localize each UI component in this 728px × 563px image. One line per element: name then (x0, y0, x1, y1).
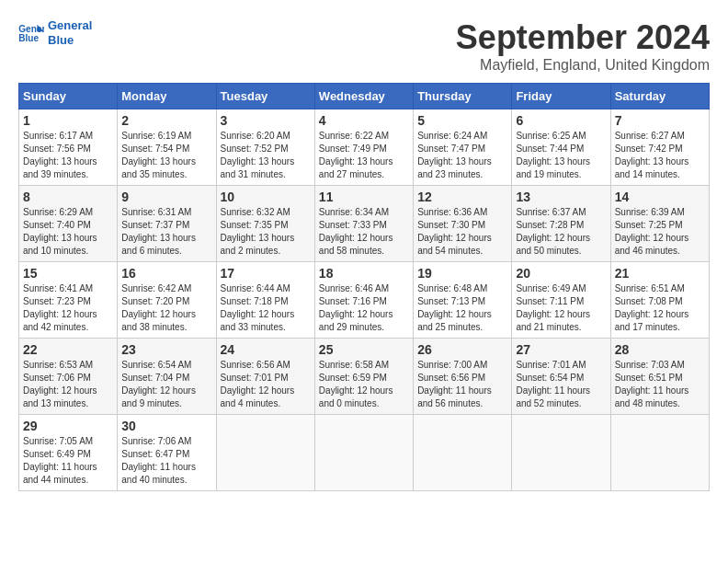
location-subtitle: Mayfield, England, United Kingdom (456, 57, 710, 74)
table-row: 17 Sunrise: 6:44 AM Sunset: 7:18 PM Dayl… (216, 262, 314, 339)
day-info: Sunrise: 6:20 AM Sunset: 7:52 PM Dayligh… (221, 130, 311, 181)
day-info: Sunrise: 6:49 AM Sunset: 7:11 PM Dayligh… (516, 282, 606, 334)
header-saturday: Saturday (610, 84, 709, 109)
day-info: Sunrise: 6:22 AM Sunset: 7:49 PM Dayligh… (319, 130, 409, 181)
header-sunday: Sunday (19, 84, 118, 109)
day-number: 8 (23, 190, 113, 204)
day-number: 26 (417, 342, 507, 357)
day-info: Sunrise: 6:25 AM Sunset: 7:44 PM Dayligh… (516, 130, 606, 181)
month-title: September 2024 (456, 18, 710, 57)
day-info: Sunrise: 6:46 AM Sunset: 7:16 PM Dayligh… (319, 282, 409, 334)
day-number: 22 (23, 342, 113, 357)
day-number: 28 (615, 342, 705, 357)
table-row: 29 Sunrise: 7:05 AM Sunset: 6:49 PM Dayl… (19, 415, 118, 491)
day-number: 13 (516, 190, 606, 204)
table-row: 28 Sunrise: 7:03 AM Sunset: 6:51 PM Dayl… (610, 339, 709, 415)
table-row (216, 415, 314, 491)
day-number: 9 (121, 190, 211, 204)
day-number: 25 (319, 342, 409, 357)
table-row: 5 Sunrise: 6:24 AM Sunset: 7:47 PM Dayli… (414, 109, 512, 186)
header-thursday: Thursday (414, 84, 512, 109)
day-number: 15 (23, 266, 113, 281)
svg-text:Blue: Blue (18, 33, 39, 43)
day-number: 7 (615, 113, 705, 128)
day-info: Sunrise: 6:24 AM Sunset: 7:47 PM Dayligh… (417, 130, 507, 181)
day-info: Sunrise: 6:36 AM Sunset: 7:30 PM Dayligh… (417, 206, 507, 258)
table-row (414, 415, 512, 491)
day-info: Sunrise: 6:37 AM Sunset: 7:28 PM Dayligh… (516, 206, 606, 258)
day-info: Sunrise: 6:48 AM Sunset: 7:13 PM Dayligh… (417, 282, 507, 334)
table-row: 12 Sunrise: 6:36 AM Sunset: 7:30 PM Dayl… (414, 186, 512, 262)
day-info: Sunrise: 6:31 AM Sunset: 7:37 PM Dayligh… (121, 206, 211, 258)
calendar-row: 29 Sunrise: 7:05 AM Sunset: 6:49 PM Dayl… (19, 415, 710, 491)
day-number: 16 (121, 266, 211, 281)
logo-line1: General (48, 18, 92, 33)
day-info: Sunrise: 6:44 AM Sunset: 7:18 PM Dayligh… (221, 282, 311, 334)
day-number: 14 (615, 190, 705, 204)
day-number: 18 (319, 266, 409, 281)
logo-line2: Blue (48, 33, 92, 48)
day-info: Sunrise: 6:17 AM Sunset: 7:56 PM Dayligh… (23, 130, 113, 181)
table-row: 22 Sunrise: 6:53 AM Sunset: 7:06 PM Dayl… (19, 339, 118, 415)
day-number: 3 (221, 113, 311, 128)
day-info: Sunrise: 6:51 AM Sunset: 7:08 PM Dayligh… (615, 282, 705, 334)
logo: General Blue General Blue (18, 18, 92, 47)
table-row: 2 Sunrise: 6:19 AM Sunset: 7:54 PM Dayli… (118, 109, 216, 186)
day-info: Sunrise: 6:19 AM Sunset: 7:54 PM Dayligh… (121, 130, 211, 181)
table-row: 21 Sunrise: 6:51 AM Sunset: 7:08 PM Dayl… (610, 262, 709, 339)
day-info: Sunrise: 6:42 AM Sunset: 7:20 PM Dayligh… (121, 282, 211, 334)
title-section: September 2024 Mayfield, England, United… (456, 18, 710, 74)
day-info: Sunrise: 6:53 AM Sunset: 7:06 PM Dayligh… (23, 359, 113, 410)
table-row: 16 Sunrise: 6:42 AM Sunset: 7:20 PM Dayl… (118, 262, 216, 339)
day-number: 5 (417, 113, 507, 128)
day-info: Sunrise: 7:01 AM Sunset: 6:54 PM Dayligh… (516, 359, 606, 410)
day-number: 12 (417, 190, 507, 204)
calendar-row: 8 Sunrise: 6:29 AM Sunset: 7:40 PM Dayli… (19, 186, 710, 262)
day-info: Sunrise: 7:03 AM Sunset: 6:51 PM Dayligh… (615, 359, 705, 410)
weekday-header-row: Sunday Monday Tuesday Wednesday Thursday… (19, 84, 710, 109)
day-number: 1 (23, 113, 113, 128)
table-row: 27 Sunrise: 7:01 AM Sunset: 6:54 PM Dayl… (512, 339, 610, 415)
table-row: 9 Sunrise: 6:31 AM Sunset: 7:37 PM Dayli… (118, 186, 216, 262)
day-info: Sunrise: 6:41 AM Sunset: 7:23 PM Dayligh… (23, 282, 113, 334)
day-info: Sunrise: 6:39 AM Sunset: 7:25 PM Dayligh… (615, 206, 705, 258)
day-info: Sunrise: 6:54 AM Sunset: 7:04 PM Dayligh… (121, 359, 211, 410)
day-info: Sunrise: 6:32 AM Sunset: 7:35 PM Dayligh… (221, 206, 311, 258)
header-friday: Friday (512, 84, 610, 109)
table-row (610, 415, 709, 491)
calendar-row: 1 Sunrise: 6:17 AM Sunset: 7:56 PM Dayli… (19, 109, 710, 186)
day-number: 23 (121, 342, 211, 357)
table-row: 26 Sunrise: 7:00 AM Sunset: 6:56 PM Dayl… (414, 339, 512, 415)
day-number: 30 (121, 419, 211, 433)
table-row: 25 Sunrise: 6:58 AM Sunset: 6:59 PM Dayl… (314, 339, 413, 415)
day-number: 2 (121, 113, 211, 128)
logo-icon: General Blue (18, 23, 44, 43)
header-tuesday: Tuesday (216, 84, 314, 109)
day-number: 29 (23, 419, 113, 433)
table-row: 23 Sunrise: 6:54 AM Sunset: 7:04 PM Dayl… (118, 339, 216, 415)
calendar-row: 15 Sunrise: 6:41 AM Sunset: 7:23 PM Dayl… (19, 262, 710, 339)
table-row: 18 Sunrise: 6:46 AM Sunset: 7:16 PM Dayl… (314, 262, 413, 339)
day-number: 4 (319, 113, 409, 128)
day-number: 21 (615, 266, 705, 281)
table-row: 11 Sunrise: 6:34 AM Sunset: 7:33 PM Dayl… (314, 186, 413, 262)
day-number: 10 (221, 190, 311, 204)
day-info: Sunrise: 7:06 AM Sunset: 6:47 PM Dayligh… (121, 435, 211, 487)
calendar-table: Sunday Monday Tuesday Wednesday Thursday… (18, 83, 710, 491)
day-number: 20 (516, 266, 606, 281)
table-row: 4 Sunrise: 6:22 AM Sunset: 7:49 PM Dayli… (314, 109, 413, 186)
day-number: 27 (516, 342, 606, 357)
table-row (512, 415, 610, 491)
table-row: 13 Sunrise: 6:37 AM Sunset: 7:28 PM Dayl… (512, 186, 610, 262)
day-info: Sunrise: 6:34 AM Sunset: 7:33 PM Dayligh… (319, 206, 409, 258)
day-info: Sunrise: 7:00 AM Sunset: 6:56 PM Dayligh… (417, 359, 507, 410)
calendar-row: 22 Sunrise: 6:53 AM Sunset: 7:06 PM Dayl… (19, 339, 710, 415)
table-row: 19 Sunrise: 6:48 AM Sunset: 7:13 PM Dayl… (414, 262, 512, 339)
table-row: 30 Sunrise: 7:06 AM Sunset: 6:47 PM Dayl… (118, 415, 216, 491)
table-row: 7 Sunrise: 6:27 AM Sunset: 7:42 PM Dayli… (610, 109, 709, 186)
day-number: 17 (221, 266, 311, 281)
table-row (314, 415, 413, 491)
table-row: 8 Sunrise: 6:29 AM Sunset: 7:40 PM Dayli… (19, 186, 118, 262)
table-row: 10 Sunrise: 6:32 AM Sunset: 7:35 PM Dayl… (216, 186, 314, 262)
table-row: 20 Sunrise: 6:49 AM Sunset: 7:11 PM Dayl… (512, 262, 610, 339)
